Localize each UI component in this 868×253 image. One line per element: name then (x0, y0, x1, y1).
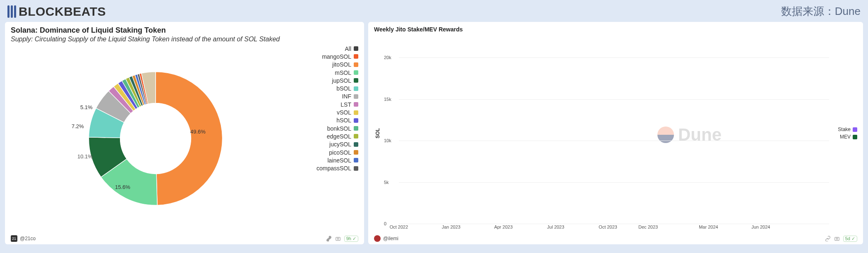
legend-item[interactable]: jucySOL (300, 141, 358, 148)
age-badge[interactable]: 9h✓ (344, 236, 358, 242)
slice-label-5: 5.1% (80, 104, 93, 110)
slice-label-3: 10.1% (77, 153, 93, 160)
header: BLOCKBEATS 数据来源：Dune (0, 0, 868, 20)
legend-item[interactable]: picoSOL (300, 148, 358, 156)
panel-liquid-staking: Solana: Dominance of Liquid Staking Toke… (5, 22, 364, 244)
slice-label-4: 7.2% (72, 123, 84, 129)
legend-item[interactable]: jupSOL (300, 76, 358, 84)
panel-jito-rewards: Weekly Jito Stake/MEV Rewards SOL Dune 0… (368, 22, 863, 244)
check-icon: ✓ (352, 236, 356, 241)
donut-svg (77, 60, 234, 217)
logo-text: BLOCKBEATS (19, 5, 106, 19)
legend-item[interactable]: jitoSOL (300, 61, 358, 69)
panel-footer: @ilemi 5d✓ (374, 234, 857, 242)
bar-chart[interactable]: Dune 05k10k15k20kOct 2022Jan 2023Apr 202… (384, 41, 829, 232)
link-icon[interactable] (825, 236, 831, 241)
camera-icon[interactable] (834, 236, 840, 241)
data-source-label: 数据来源：Dune (781, 4, 861, 19)
legend-item[interactable]: hSOL (300, 117, 358, 124)
panel-author[interactable]: @ilemi (374, 235, 398, 242)
logo: BLOCKBEATS (7, 5, 106, 19)
avatar-icon: 21 (11, 235, 17, 242)
svg-rect-0 (336, 237, 340, 241)
legend-item[interactable]: INF (300, 93, 358, 100)
donut-chart[interactable]: 49.6% 15.6% 10.1% 7.2% 5.1% (11, 43, 300, 234)
age-badge[interactable]: 5d✓ (843, 236, 857, 242)
check-icon: ✓ (851, 236, 855, 241)
bar-legend: StakeMEV (831, 126, 857, 141)
legend-item[interactable]: edgeSOL (300, 132, 358, 140)
legend-item[interactable]: MEV (831, 133, 857, 141)
slice-label-1: 49.6% (190, 129, 206, 135)
panel-footer: 21 @21co 9h✓ (11, 234, 358, 242)
panel-author[interactable]: 21 @21co (11, 235, 36, 242)
legend-item[interactable]: laineSOL (300, 156, 358, 164)
svg-point-3 (836, 238, 838, 240)
panel-title: Weekly Jito Stake/MEV Rewards (374, 26, 857, 33)
author-handle: @21co (20, 236, 36, 241)
panel-title: Solana: Dominance of Liquid Staking Toke… (11, 26, 358, 35)
donut-legend: AllmangoSOLjitoSOLmSOLjupSOLbSOLINFLSTvS… (300, 43, 358, 234)
legend-item[interactable]: bSOL (300, 84, 358, 92)
donut-chart-body: 49.6% 15.6% 10.1% 7.2% 5.1% AllmangoSOLj… (11, 43, 358, 234)
svg-rect-2 (835, 237, 839, 241)
y-axis-label: SOL (374, 128, 381, 138)
legend-item[interactable]: All (300, 45, 358, 53)
link-icon[interactable] (326, 236, 332, 241)
bar-chart-body: SOL Dune 05k10k15k20kOct 2022Jan 2023Apr… (374, 33, 857, 234)
legend-item[interactable]: compassSOL (300, 164, 358, 172)
legend-item[interactable]: bonkSOL (300, 124, 358, 132)
legend-item[interactable]: mSOL (300, 69, 358, 76)
panel-subtitle: Supply: Circulating Supply of the Liquid… (11, 36, 358, 43)
camera-icon[interactable] (335, 236, 341, 241)
avatar-icon (374, 235, 381, 242)
legend-item[interactable]: vSOL (300, 108, 358, 116)
legend-item[interactable]: LST (300, 100, 358, 108)
logo-bars-icon (7, 5, 16, 18)
legend-item[interactable]: mangoSOL (300, 53, 358, 60)
svg-point-1 (337, 238, 339, 240)
author-handle: @ilemi (383, 236, 398, 241)
slice-label-2: 15.6% (115, 184, 130, 190)
panels: Solana: Dominance of Liquid Staking Toke… (0, 20, 868, 248)
legend-item[interactable]: Stake (831, 126, 857, 133)
